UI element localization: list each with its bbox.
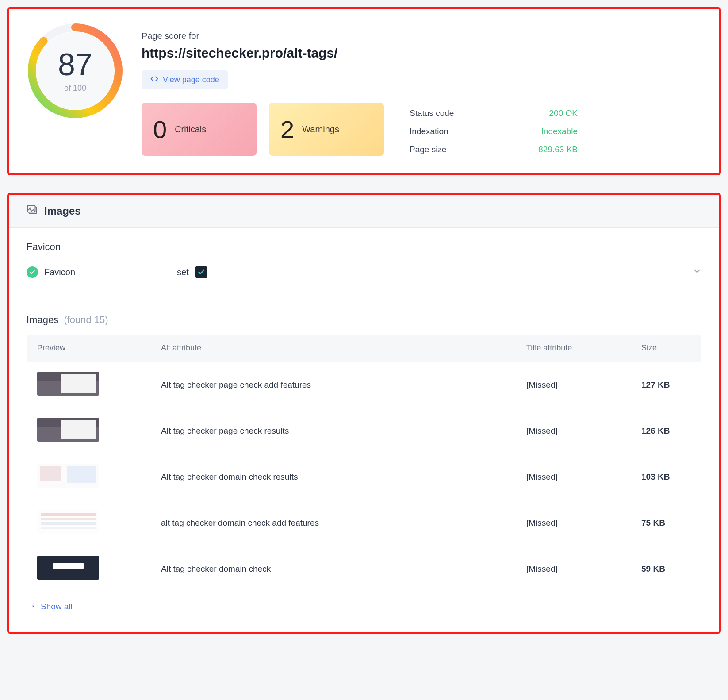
favicon-preview-icon [195, 266, 207, 278]
images-card: Images Favicon Favicon set Images (found… [7, 193, 721, 634]
images-count-heading: Images (found 15) [27, 314, 701, 326]
images-icon [27, 204, 38, 218]
page-url: https://sitechecker.pro/alt-tags/ [142, 46, 701, 61]
col-size: Size [631, 335, 701, 362]
images-table: Preview Alt attribute Title attribute Si… [27, 335, 701, 592]
status-code-value: 200 OK [498, 108, 578, 118]
table-row[interactable]: Alt tag checker page check results[Misse… [27, 408, 701, 454]
image-thumbnail [37, 418, 99, 442]
size-cell: 126 KB [631, 408, 701, 454]
page-size-value: 829.63 KB [498, 145, 578, 154]
image-thumbnail [37, 510, 99, 534]
images-subheading: Images [27, 314, 58, 325]
warnings-count: 2 [280, 115, 294, 144]
score-gauge: 87 of 100 [27, 22, 124, 119]
size-cell: 59 KB [631, 546, 701, 592]
check-circle-icon [27, 266, 38, 278]
size-cell: 103 KB [631, 454, 701, 500]
table-row[interactable]: Alt tag checker domain check[Missed]59 K… [27, 546, 701, 592]
col-preview: Preview [27, 335, 150, 362]
col-title: Title attribute [516, 335, 631, 362]
view-page-code-button[interactable]: View page code [142, 70, 228, 89]
chevron-down-icon[interactable] [693, 267, 701, 277]
size-cell: 75 KB [631, 500, 701, 546]
criticals-count: 0 [153, 115, 167, 144]
title-attribute-cell: [Missed] [516, 546, 631, 592]
image-thumbnail [37, 464, 99, 488]
caret-down-icon [30, 602, 36, 612]
images-found-count: (found 15) [64, 314, 108, 325]
favicon-status-text: set [177, 267, 189, 277]
size-cell: 127 KB [631, 362, 701, 408]
table-row[interactable]: Alt tag checker page check add features[… [27, 362, 701, 408]
warnings-box[interactable]: 2 Warnings [269, 103, 384, 156]
images-section-header: Images [9, 195, 719, 228]
alt-attribute-cell: alt tag checker domain check add feature… [150, 500, 516, 546]
criticals-box[interactable]: 0 Criticals [142, 103, 257, 156]
col-alt: Alt attribute [150, 335, 516, 362]
title-attribute-cell: [Missed] [516, 408, 631, 454]
favicon-heading: Favicon [27, 241, 701, 253]
favicon-row[interactable]: Favicon set [27, 262, 701, 296]
criticals-label: Criticals [175, 124, 206, 135]
warnings-label: Warnings [302, 124, 339, 135]
title-attribute-cell: [Missed] [516, 500, 631, 546]
indexation-value: Indexable [498, 127, 578, 136]
favicon-row-label: Favicon [44, 267, 75, 277]
show-all-label: Show all [41, 602, 73, 612]
image-thumbnail [37, 556, 99, 580]
page-score-for-label: Page score for [142, 31, 701, 41]
view-page-code-label: View page code [163, 75, 219, 85]
title-attribute-cell: [Missed] [516, 454, 631, 500]
page-stats: Status code 200 OK Indexation Indexable … [396, 103, 578, 156]
alt-attribute-cell: Alt tag checker domain check results [150, 454, 516, 500]
alt-attribute-cell: Alt tag checker page check add features [150, 362, 516, 408]
alt-attribute-cell: Alt tag checker page check results [150, 408, 516, 454]
alt-attribute-cell: Alt tag checker domain check [150, 546, 516, 592]
score-max-label: of 100 [64, 84, 86, 93]
status-code-label: Status code [410, 108, 498, 118]
show-all-button[interactable]: Show all [27, 592, 701, 614]
score-value: 87 [58, 49, 92, 80]
code-icon [150, 75, 158, 85]
page-size-label: Page size [410, 145, 498, 154]
title-attribute-cell: [Missed] [516, 362, 631, 408]
image-thumbnail [37, 372, 99, 396]
indexation-label: Indexation [410, 127, 498, 136]
table-row[interactable]: Alt tag checker domain check results[Mis… [27, 454, 701, 500]
page-score-card: 87 of 100 Page score for https://siteche… [7, 7, 721, 175]
table-row[interactable]: alt tag checker domain check add feature… [27, 500, 701, 546]
images-title: Images [44, 205, 81, 217]
